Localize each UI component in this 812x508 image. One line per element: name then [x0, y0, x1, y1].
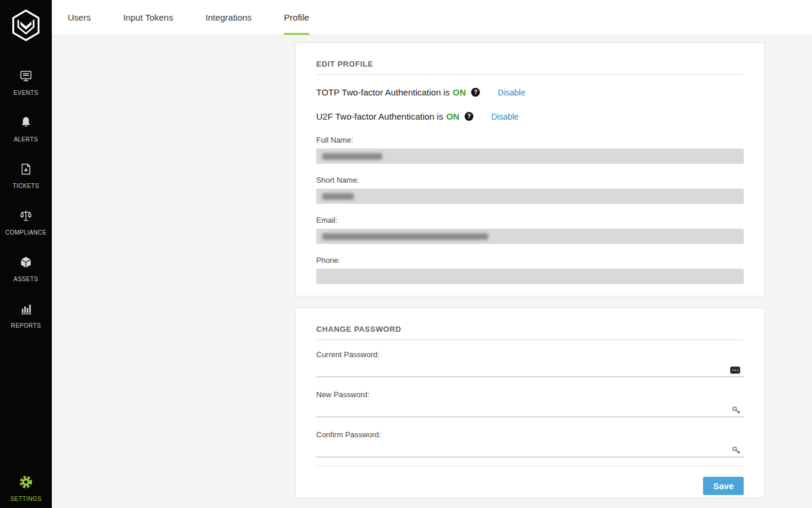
sidebar-item-settings[interactable]: SETTINGS	[0, 475, 52, 502]
sidebar-item-label: COMPLIANCE	[5, 229, 47, 236]
tab-label: Integrations	[206, 12, 251, 22]
new-password-label: New Password:	[316, 390, 744, 399]
short-name-group: Short Name:	[316, 176, 744, 204]
dot	[737, 370, 738, 371]
tab-label: Profile	[284, 12, 309, 22]
scales-icon	[19, 209, 33, 225]
key-icon[interactable]	[732, 406, 740, 414]
dot	[733, 370, 734, 371]
tab-users[interactable]: Users	[68, 0, 91, 35]
sidebar-item-assets[interactable]: ASSETS	[0, 255, 52, 282]
short-name-field[interactable]	[316, 189, 744, 204]
sidebar-item-label: EVENTS	[14, 90, 38, 96]
help-glyph: ?	[468, 113, 471, 120]
tab-integrations[interactable]: Integrations	[206, 0, 251, 35]
sidebar-item-label: TICKETS	[12, 183, 39, 189]
totp-row: TOTP Two-factor Authentication is ON ? D…	[316, 87, 744, 97]
current-password-row	[316, 363, 744, 377]
sidebar-item-reports[interactable]: REPORTS	[0, 302, 52, 329]
save-button[interactable]: Save	[703, 477, 744, 495]
sidebar-item-label: REPORTS	[11, 322, 41, 329]
sidebar-item-label: ASSETS	[14, 276, 38, 282]
sidebar-nav: EVENTS ALERTS	[0, 69, 52, 348]
gear-icon	[19, 475, 33, 491]
change-password-card: CHANGE PASSWORD Current Password: New Pa…	[295, 308, 765, 498]
dot	[735, 370, 736, 371]
u2f-text: U2F Two-factor Authentication is	[316, 111, 443, 121]
current-password-input[interactable]	[316, 364, 730, 376]
tab-input-tokens[interactable]: Input Tokens	[123, 0, 173, 35]
phone-label: Phone:	[316, 256, 744, 265]
edit-profile-title: EDIT PROFILE	[316, 60, 744, 75]
u2f-row: U2F Two-factor Authentication is ON ? Di…	[316, 111, 744, 121]
u2f-status-badge: ON	[446, 111, 460, 121]
ticket-icon	[19, 162, 33, 179]
sidebar: EVENTS ALERTS	[0, 0, 52, 508]
change-password-title: CHANGE PASSWORD	[316, 325, 744, 340]
phone-field[interactable]	[316, 269, 744, 284]
email-field[interactable]	[316, 229, 744, 244]
confirm-password-row	[316, 443, 744, 457]
card-footer: Save	[316, 477, 744, 495]
hexagon-logo-icon	[9, 34, 42, 44]
current-password-label: Current Password:	[316, 350, 744, 359]
confirm-password-input[interactable]	[316, 444, 732, 456]
help-icon[interactable]: ?	[471, 88, 480, 97]
cube-icon	[19, 255, 33, 272]
phone-group: Phone:	[316, 256, 744, 284]
help-icon[interactable]: ?	[465, 112, 473, 121]
monitor-icon	[19, 69, 33, 85]
new-password-row	[316, 403, 744, 417]
totp-text: TOTP Two-factor Authentication is	[316, 87, 450, 97]
new-password-group: New Password:	[316, 390, 744, 417]
redacted-value	[322, 233, 488, 240]
email-group: Email:	[316, 216, 744, 244]
tab-label: Input Tokens	[123, 12, 173, 22]
footer-divider	[316, 466, 744, 466]
help-glyph: ?	[474, 89, 478, 95]
new-password-input[interactable]	[316, 404, 732, 416]
current-password-group: Current Password:	[316, 350, 744, 377]
bell-icon	[19, 116, 33, 132]
totp-disable-link[interactable]: Disable	[498, 88, 525, 97]
sidebar-bottom: SETTINGS	[0, 475, 52, 502]
sidebar-item-tickets[interactable]: TICKETS	[0, 162, 52, 189]
tab-bar: Users Input Tokens Integrations Profile	[52, 0, 812, 35]
edit-profile-card: EDIT PROFILE TOTP Two-factor Authenticat…	[295, 42, 765, 296]
app-logo[interactable]	[9, 9, 42, 44]
totp-status-badge: ON	[453, 87, 466, 97]
key-icon[interactable]	[732, 446, 740, 454]
password-autofill-icon[interactable]	[730, 367, 740, 374]
sidebar-item-label: SETTINGS	[10, 496, 41, 502]
sidebar-item-alerts[interactable]: ALERTS	[0, 116, 52, 143]
confirm-password-label: Confirm Password:	[316, 430, 744, 439]
full-name-group: Full Name:	[316, 136, 744, 164]
confirm-password-group: Confirm Password:	[316, 430, 744, 457]
sidebar-item-events[interactable]: EVENTS	[0, 69, 52, 96]
redacted-value	[322, 193, 354, 200]
full-name-label: Full Name:	[316, 136, 744, 144]
tab-profile[interactable]: Profile	[284, 0, 309, 35]
sidebar-item-compliance[interactable]: COMPLIANCE	[0, 209, 52, 236]
redacted-value	[322, 153, 382, 160]
email-label: Email:	[316, 216, 744, 225]
full-name-field[interactable]	[316, 149, 744, 164]
u2f-disable-link[interactable]: Disable	[491, 112, 519, 121]
sidebar-item-label: ALERTS	[14, 136, 38, 143]
bar-chart-icon	[19, 302, 33, 318]
tab-label: Users	[68, 12, 91, 22]
short-name-label: Short Name:	[316, 176, 744, 184]
page: EVENTS ALERTS	[0, 0, 812, 508]
